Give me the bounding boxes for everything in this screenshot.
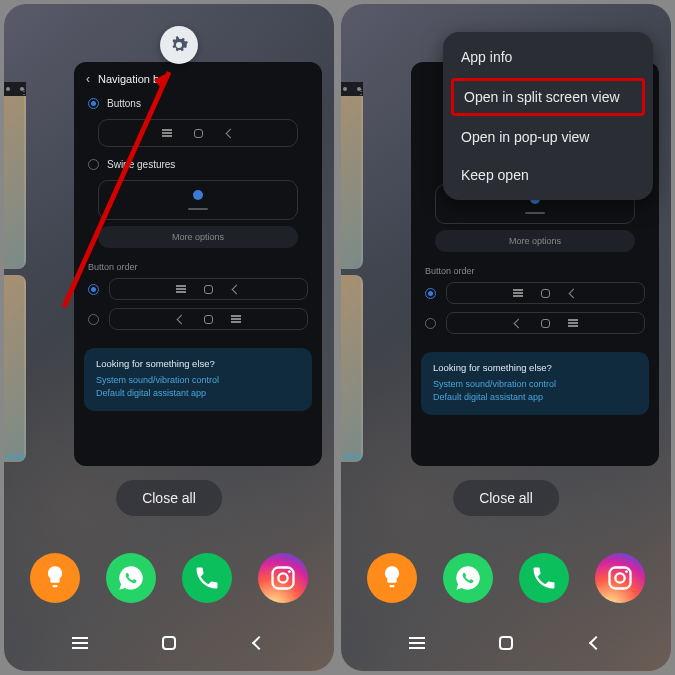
nav-home-button[interactable] xyxy=(492,629,520,657)
instagram-icon xyxy=(606,564,634,592)
order-preview xyxy=(109,278,308,300)
context-menu: App info Open in split screen view Open … xyxy=(443,32,653,200)
menu-split-screen[interactable]: Open in split screen view xyxy=(451,78,645,116)
dock xyxy=(4,553,334,603)
section-button-order: Button order xyxy=(74,254,322,274)
app-icon-tips[interactable] xyxy=(30,553,80,603)
radio-off-icon[interactable] xyxy=(88,314,99,325)
order-preview xyxy=(446,312,645,334)
nav-back-button[interactable] xyxy=(245,629,273,657)
suggest-link-sound[interactable]: System sound/vibration control xyxy=(433,379,637,389)
app-icon-whatsapp[interactable] xyxy=(443,553,493,603)
peek-card[interactable]: ⋮ 1:25 PM xyxy=(4,275,26,462)
gesture-dot-icon xyxy=(193,190,203,200)
app-icon-phone[interactable] xyxy=(182,553,232,603)
radio-off-icon[interactable] xyxy=(425,318,436,329)
suggest-link-assistant[interactable]: Default digital assistant app xyxy=(433,392,637,402)
order-row-1[interactable] xyxy=(74,274,322,304)
radio-swipe-label: Swipe gestures xyxy=(107,159,175,170)
lightbulb-icon xyxy=(41,564,69,592)
nav-back-button[interactable] xyxy=(582,629,610,657)
suggest-link-sound[interactable]: System sound/vibration control xyxy=(96,375,300,385)
settings-card[interactable]: ‹ Navigation bar Buttons Swipe gestures … xyxy=(74,62,322,466)
nav-home-button[interactable] xyxy=(155,629,183,657)
card-header: ‹ Navigation bar xyxy=(74,62,322,92)
peek-card[interactable]: ⋮ 1:25 PM xyxy=(341,82,363,269)
order-row-2[interactable] xyxy=(411,308,659,338)
peek-card[interactable]: ⋮ 1:25 PM xyxy=(341,275,363,462)
swipe-preview xyxy=(98,180,298,220)
recent-icon xyxy=(568,318,578,328)
radio-on-icon[interactable] xyxy=(88,284,99,295)
phone-right: ⋮ 1:25 PM ⋮ 1:25 PM More options Button … xyxy=(341,4,671,671)
app-icon-phone[interactable] xyxy=(519,553,569,603)
peek-card[interactable]: ⋮ 1:25 PM xyxy=(4,82,26,269)
nav-recent-button[interactable] xyxy=(66,629,94,657)
app-icon-whatsapp[interactable] xyxy=(106,553,156,603)
peek-column: ⋮ 1:25 PM ⋮ 1:25 PM xyxy=(341,82,363,462)
buttons-preview xyxy=(98,119,298,147)
order-preview xyxy=(109,308,308,330)
order-row-1[interactable] xyxy=(411,278,659,308)
more-options-button[interactable]: More options xyxy=(98,226,298,248)
instagram-icon xyxy=(269,564,297,592)
suggest-title: Looking for something else? xyxy=(433,362,637,373)
svg-point-4 xyxy=(288,570,291,573)
radio-buttons-row[interactable]: Buttons xyxy=(74,92,322,115)
radio-off-icon[interactable] xyxy=(88,159,99,170)
home-icon xyxy=(204,285,213,294)
whatsapp-icon xyxy=(454,564,482,592)
close-all-button[interactable]: Close all xyxy=(453,480,559,516)
phone-icon xyxy=(193,564,221,592)
card-title: Navigation bar xyxy=(98,73,169,85)
peek-time: 1:25 PM xyxy=(5,454,24,460)
gear-icon xyxy=(167,33,191,57)
gesture-line-icon xyxy=(525,212,545,214)
app-icon-instagram[interactable] xyxy=(258,553,308,603)
peek-statusbar: ⋮ xyxy=(341,82,363,96)
radio-buttons-label: Buttons xyxy=(107,98,141,109)
order-preview xyxy=(446,282,645,304)
svg-point-3 xyxy=(278,573,287,582)
back-icon xyxy=(225,128,235,138)
home-icon xyxy=(194,129,203,138)
system-navbar xyxy=(341,629,671,657)
close-all-button[interactable]: Close all xyxy=(116,480,222,516)
peek-column: ⋮ 1:25 PM ⋮ 1:25 PM xyxy=(4,82,26,462)
home-icon xyxy=(204,315,213,324)
back-icon xyxy=(176,314,186,324)
home-icon xyxy=(541,289,550,298)
menu-popup-view[interactable]: Open in pop-up view xyxy=(443,118,653,156)
svg-point-6 xyxy=(615,573,624,582)
svg-point-7 xyxy=(625,570,628,573)
app-icon-tips[interactable] xyxy=(367,553,417,603)
radio-swipe-row[interactable]: Swipe gestures xyxy=(74,153,322,176)
peek-time: 1:25 PM xyxy=(342,454,361,460)
menu-keep-open[interactable]: Keep open xyxy=(443,156,653,194)
suggest-title: Looking for something else? xyxy=(96,358,300,369)
menu-app-info[interactable]: App info xyxy=(443,38,653,76)
back-icon xyxy=(513,318,523,328)
dock xyxy=(341,553,671,603)
system-navbar xyxy=(4,629,334,657)
recent-icon xyxy=(231,314,241,324)
suggest-link-assistant[interactable]: Default digital assistant app xyxy=(96,388,300,398)
suggest-panel: Looking for something else? System sound… xyxy=(84,348,312,411)
whatsapp-icon xyxy=(117,564,145,592)
phone-left: ⋮ 1:25 PM ⋮ 1:25 PM ‹ Navigation bar But… xyxy=(4,4,334,671)
back-icon xyxy=(231,284,241,294)
recent-icon xyxy=(513,288,523,298)
recent-icon xyxy=(176,284,186,294)
nav-recent-button[interactable] xyxy=(403,629,431,657)
radio-on-icon[interactable] xyxy=(88,98,99,109)
lightbulb-icon xyxy=(378,564,406,592)
suggest-panel: Looking for something else? System sound… xyxy=(421,352,649,415)
peek-statusbar: ⋮ xyxy=(4,82,26,96)
more-options-button[interactable]: More options xyxy=(435,230,635,252)
radio-on-icon[interactable] xyxy=(425,288,436,299)
gesture-line-icon xyxy=(188,208,208,210)
app-icon-settings[interactable] xyxy=(160,26,198,64)
back-icon[interactable]: ‹ xyxy=(86,72,90,86)
app-icon-instagram[interactable] xyxy=(595,553,645,603)
order-row-2[interactable] xyxy=(74,304,322,334)
